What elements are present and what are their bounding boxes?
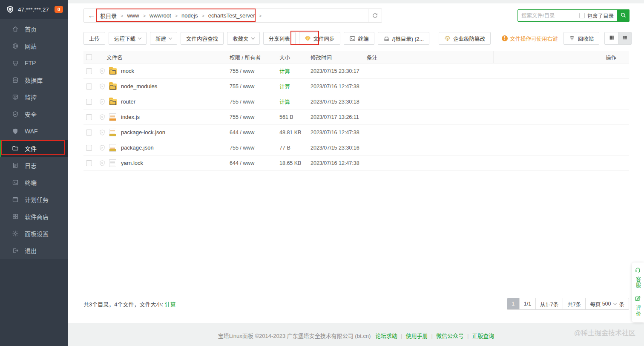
sidebar-item[interactable]: 日志 [0,157,68,174]
table-row[interactable]: yarn.lock 644 / www 18.65 KB 2023/07/16 … [83,156,629,171]
breadcrumb-item[interactable]: 根目录 > [99,12,126,20]
customer-service-button[interactable]: 客服 [635,267,641,288]
page-indicator: 1/1 [519,298,535,309]
table-row[interactable]: index.js 755 / www 561 B 2023/07/17 13:2… [83,110,629,125]
table-row[interactable]: package.json 755 / www 77 B 2023/07/15 2… [83,140,629,156]
review-button[interactable]: 评价 [635,295,641,317]
file-name[interactable]: router [121,98,135,105]
file-size: 561 B [279,114,310,120]
include-subdir-checkbox[interactable] [579,13,585,18]
footer-link[interactable]: 使用手册 [405,333,428,339]
search-button[interactable] [617,9,630,22]
table-row[interactable]: mock 755 / www 计算 2023/07/15 23:30:17 [83,63,629,79]
per-page-select[interactable]: 每页 500 条 [585,298,629,309]
row-checkbox[interactable] [86,84,92,89]
toolbar-button[interactable]: 终端 [344,32,374,45]
row-checkbox[interactable] [86,68,92,74]
sidebar-item[interactable]: 网站 [0,37,68,55]
header-filename[interactable]: 文件名 [99,53,230,61]
file-name[interactable]: package.json [121,144,154,151]
table-row[interactable]: node_modules 755 / www 计算 2023/07/16 12:… [83,79,629,94]
list-view-icon [622,35,628,42]
select-all-checkbox[interactable] [86,54,92,60]
per-page-suffix: 条 [619,300,624,308]
toolbar-button[interactable]: 远程下载 [109,32,147,45]
shield-x-icon [99,129,109,136]
file-size: 计算 [279,67,310,75]
calc-size-link[interactable]: 计算 [165,301,176,308]
file-name[interactable]: index.js [121,114,140,120]
toolbar-button[interactable]: /(根目录) (2... [378,32,429,45]
breadcrumb-item[interactable]: www > [126,12,149,19]
row-checkbox[interactable] [86,99,92,105]
chevron-down-icon [613,301,617,305]
file-name[interactable]: node_modules [121,83,157,89]
file-mtime: 2023/07/16 12:47:38 [310,160,367,166]
page-button-current[interactable]: 1 [507,298,519,309]
breadcrumb-item[interactable]: wwwroot > [149,12,181,19]
toolbar-button[interactable]: 分享列表 [263,32,296,45]
sidebar-item[interactable]: 文件 [0,140,68,157]
row-checkbox[interactable] [86,160,92,166]
sidebar-item[interactable]: FTP [0,55,68,72]
header-mtime[interactable]: 修改时间 [310,53,367,61]
toolbar-button[interactable]: 企业级防篡改 [439,32,491,45]
toolbar-button[interactable]: 新建 [150,32,177,45]
list-view-button[interactable] [618,32,631,44]
back-button[interactable]: ← [84,9,99,22]
sidebar-item[interactable]: 软件商店 [0,208,68,225]
toolbar-button[interactable]: 文件同步 [299,32,340,45]
table-header: 文件名 权限 / 所有者 大小 修改时间 备注 操作 [83,51,629,63]
sidebar-item[interactable]: 面板设置 [0,225,68,242]
table-body: mock 755 / www 计算 2023/07/15 23:30:17 [83,63,629,171]
chevron-down-icon [251,36,254,39]
recycle-bin-button[interactable]: 回收站 [564,32,599,45]
sidebar-item[interactable]: 首页 [0,20,68,37]
row-name-group: mock [99,67,230,75]
footer-link[interactable]: 论坛求助 [375,333,397,339]
grid-view-button[interactable] [605,32,618,44]
header-size[interactable]: 大小 [279,53,310,61]
sidebar-item[interactable]: 终端 [0,174,68,191]
toolbar-button[interactable]: 文件内容查找 [181,32,224,45]
sidebar-item-label: 首页 [25,25,37,33]
sidebar-item[interactable]: 安全 [0,106,68,123]
sidebar-item-label: 安全 [25,110,37,118]
row-checkbox[interactable] [86,145,92,151]
file-name[interactable]: yarn.lock [121,160,143,166]
sidebar-item[interactable]: 退出 [0,242,68,259]
footer-link[interactable]: 正版查询 [472,333,494,339]
row-checkbox[interactable] [86,114,92,120]
file-name[interactable]: mock [121,68,134,74]
breadcrumb-item[interactable]: nodejs > [181,12,207,19]
footer-link[interactable]: 微信公众号 [436,333,464,339]
toolbar-button[interactable]: 上传 [83,32,105,45]
table-row[interactable]: router 755 / www 计算 2023/07/15 23:30:18 [83,94,629,110]
sidebar-item[interactable]: 计划任务 [0,191,68,208]
message-count-badge[interactable]: 0 [55,6,63,13]
breadcrumb-label: wwwroot [149,12,172,19]
table-row[interactable]: package-lock.json 644 / www 48.81 KB 202… [83,125,629,140]
sidebar-item-label: 软件商店 [25,212,49,221]
header-note[interactable]: 备注 [367,53,493,61]
search-input[interactable] [518,10,579,21]
content-card: ← 根目录 > www > wwwroot > nodejs [68,3,644,323]
file-name[interactable]: package-lock.json [121,129,165,136]
header-permissions[interactable]: 权限 / 所有者 [230,53,279,61]
sidebar-item[interactable]: 监控 [0,89,68,106]
file-type-icon [109,129,121,136]
toolbar-button-icon [305,35,311,42]
refresh-button[interactable] [368,9,382,22]
customer-service-label: 客服 [635,277,641,288]
row-checkbox[interactable] [86,130,92,136]
file-mtime: 2023/07/15 23:30:18 [310,99,367,105]
toolbar-button[interactable]: 收藏夹 [227,32,260,45]
breadcrumb-item[interactable]: echartsTest_server > [207,12,264,19]
toolbar-button-label: 收藏夹 [233,35,249,43]
shield-x-icon [99,114,109,121]
sidebar-item[interactable]: WAF [0,123,68,140]
sidebar-item[interactable]: 数据库 [0,72,68,89]
sidebar-item-icon [12,60,19,66]
row-check-cell [83,145,99,151]
file-type-icon [109,144,121,152]
